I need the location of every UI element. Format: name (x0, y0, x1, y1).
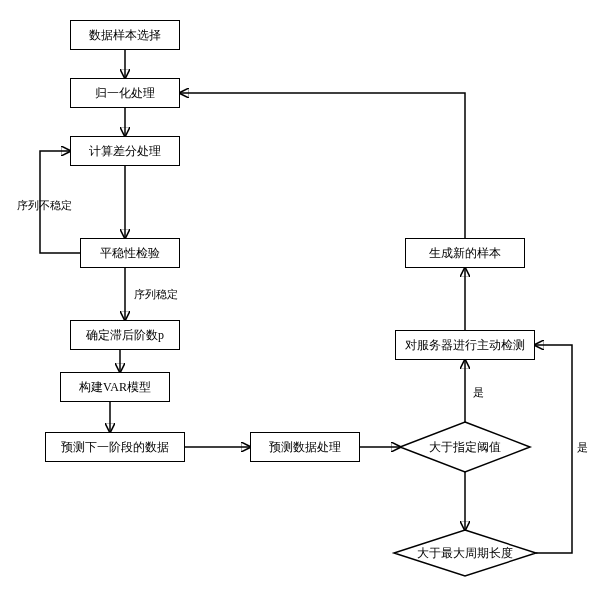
flowchart-canvas: 数据样本选择 归一化处理 计算差分处理 平稳性检验 确定滞后阶数p 构建VAR模… (0, 0, 614, 611)
node-label: 大于最大周期长度 (413, 545, 517, 562)
node-label: 大于指定阈值 (425, 439, 505, 456)
edges (0, 0, 614, 611)
